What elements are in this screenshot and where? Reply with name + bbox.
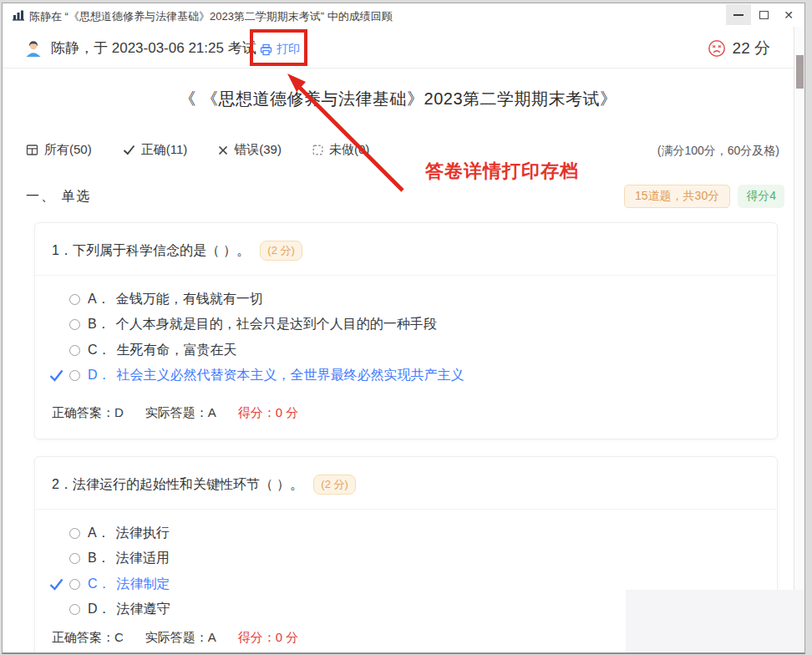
question-2-stem: 2．法律运行的起始性和关键性环节（ ）。: [52, 476, 303, 494]
option-letter: A．: [88, 525, 110, 542]
total-score-value: 22 分: [733, 38, 770, 59]
correct-answer: 正确答案：C: [52, 630, 124, 646]
annotation-callout: 答卷详情打印存档: [425, 159, 579, 184]
bar-chart-icon: [13, 9, 24, 21]
print-button[interactable]: 打印: [260, 42, 300, 57]
option-letter: D．: [88, 601, 111, 618]
results-window: 陈静在 “《思想道德修养与法律基础》2023第二学期期末考试” 中的成绩回顾 ✕…: [2, 3, 805, 654]
pass-note: (满分100分，60分及格): [657, 144, 779, 159]
filter-all-label: 所有(50): [44, 142, 92, 158]
option-letter: C．: [88, 576, 111, 593]
option-text: 金钱万能，有钱就有一切: [116, 291, 263, 308]
filter-undone[interactable]: 未做(0): [312, 142, 369, 158]
option-a[interactable]: A． 金钱万能，有钱就有一切: [49, 287, 764, 312]
cross-icon: [218, 145, 228, 155]
option-c[interactable]: C． 生死有命，富贵在天: [49, 338, 764, 363]
option-text: 生死有命，富贵在天: [117, 342, 237, 359]
radio-icon[interactable]: [69, 553, 80, 564]
overlay-panel: [626, 590, 805, 654]
user-exam-time: 陈静，于 2023-03-06 21:25 考试: [51, 38, 256, 58]
correct-check-icon: [49, 578, 69, 591]
points-badge: (2 分): [313, 475, 356, 495]
avatar-icon: [24, 39, 43, 58]
vertical-scrollbar[interactable]: [794, 27, 804, 652]
filter-undone-label: 未做(0): [329, 142, 369, 158]
actual-answer: 实际答题：A: [145, 630, 216, 646]
option-letter: B．: [88, 316, 110, 333]
option-text: 社会主义必然代替资本主义，全世界最终必然实现共产主义: [117, 367, 464, 384]
scrollbar-thumb[interactable]: [796, 55, 804, 89]
option-text: 法律适用: [116, 550, 170, 567]
title-bar: 陈静在 “《思想道德修养与法律基础》2023第二学期期末考试” 中的成绩回顾 ✕: [3, 3, 804, 27]
radio-icon[interactable]: [69, 579, 80, 590]
question-stem-row: 2．法律运行的起始性和关键性环节（ ）。 (2 分): [52, 475, 764, 495]
all-questions-icon: [26, 144, 38, 156]
section-title: 一、 单选: [26, 188, 91, 206]
option-letter: D．: [88, 367, 111, 384]
user-row: 陈静，于 2023-03-06 21:25 考试: [24, 38, 256, 58]
dashed-square-icon: [312, 145, 323, 155]
total-score: 22 分: [708, 38, 770, 59]
option-text: 法律执行: [116, 525, 170, 542]
question-2-answer-row: 正确答案：C 实际答题：A 得分：0 分: [52, 630, 298, 646]
section-badges: 15道题，共30分 得分4: [624, 185, 784, 208]
close-icon: ✕: [784, 9, 794, 21]
radio-icon[interactable]: [69, 319, 80, 330]
close-button[interactable]: ✕: [776, 4, 801, 25]
filter-all[interactable]: 所有(50): [26, 142, 92, 158]
filter-tabs: 所有(50) 正确(11) 错误(39) 未做: [26, 142, 369, 158]
actual-answer: 实际答题：A: [145, 405, 216, 421]
question-1-options: A． 金钱万能，有钱就有一切 B． 个人本身就是目的，社会只是达到个人目的的一种…: [49, 287, 764, 388]
option-a[interactable]: A． 法律执行: [49, 520, 764, 546]
divider: [35, 275, 777, 276]
option-text: 法律遵守: [117, 601, 170, 618]
section-row: 一、 单选 15道题，共30分 得分4: [26, 185, 784, 208]
filter-correct-label: 正确(11): [141, 142, 188, 158]
radio-icon[interactable]: [69, 370, 80, 381]
question-score: 得分：0 分: [238, 630, 299, 646]
filter-correct[interactable]: 正确(11): [123, 142, 188, 158]
filter-wrong-label: 错误(39): [234, 142, 282, 158]
check-icon: [123, 145, 135, 155]
option-d-correct[interactable]: D． 社会主义必然代替资本主义，全世界最终必然实现共产主义: [49, 363, 764, 389]
correct-answer: 正确答案：D: [52, 405, 124, 421]
radio-icon[interactable]: [69, 294, 80, 305]
minimize-button[interactable]: [726, 4, 751, 25]
radio-icon[interactable]: [69, 345, 80, 356]
maximize-icon: [759, 11, 769, 19]
question-1-stem: 1．下列属于科学信念的是（ ）。: [52, 242, 250, 260]
window-title: 陈静在 “《思想道德修养与法律基础》2023第二学期期末考试” 中的成绩回顾: [29, 9, 393, 24]
printer-icon: [260, 43, 272, 56]
radio-icon[interactable]: [69, 528, 80, 539]
question-stem-row: 1．下列属于科学信念的是（ ）。 (2 分): [52, 241, 764, 261]
minimize-icon: [733, 14, 743, 16]
question-score: 得分：0 分: [238, 405, 299, 421]
window-controls: ✕: [726, 4, 801, 25]
radio-icon[interactable]: [69, 604, 80, 615]
sad-face-icon: [708, 39, 726, 58]
filter-wrong[interactable]: 错误(39): [218, 142, 282, 158]
print-label: 打印: [277, 42, 300, 57]
option-b[interactable]: B． 法律适用: [49, 546, 764, 572]
section-score-badge: 得分4: [738, 185, 784, 208]
option-letter: B．: [88, 550, 110, 567]
divider: [35, 509, 777, 510]
correct-check-icon: [49, 369, 69, 382]
option-b[interactable]: B． 个人本身就是目的，社会只是达到个人目的的一种手段: [49, 312, 764, 338]
option-letter: A．: [88, 291, 110, 308]
option-text: 个人本身就是目的，社会只是达到个人目的的一种手段: [116, 316, 437, 333]
option-text: 法律制定: [117, 576, 170, 593]
points-badge: (2 分): [260, 241, 302, 261]
question-1-answer-row: 正确答案：D 实际答题：A 得分：0 分: [52, 405, 298, 421]
report-header: 陈静，于 2023-03-06 21:25 考试 打印: [3, 27, 794, 69]
maximize-button[interactable]: [751, 4, 776, 25]
section-count-badge: 15道题，共30分: [624, 185, 730, 208]
option-letter: C．: [88, 342, 111, 359]
question-card-1: 1．下列属于科学信念的是（ ）。 (2 分) A． 金钱万能，有钱就有一切 B．…: [34, 222, 778, 439]
exam-title: 《 《思想道德修养与法律基础》2023第二学期期末考试》: [3, 88, 794, 110]
